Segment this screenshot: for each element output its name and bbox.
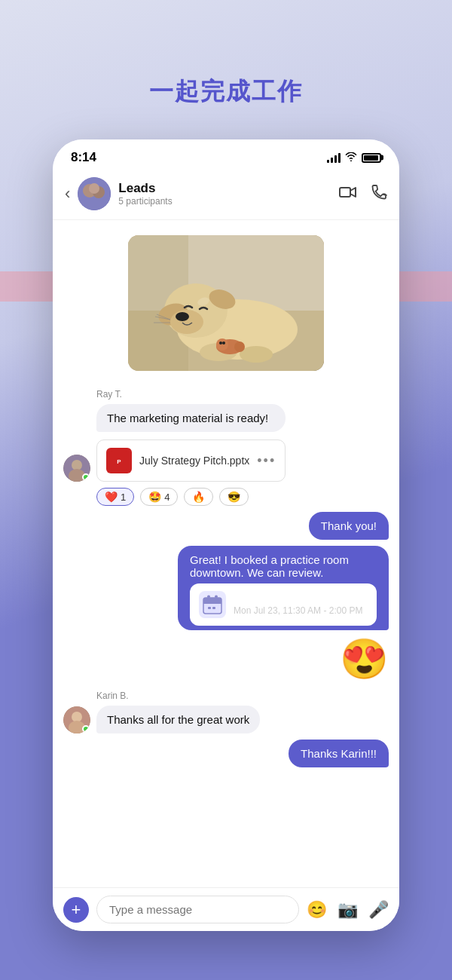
svg-point-26 bbox=[72, 460, 82, 470]
svg-point-33 bbox=[207, 596, 210, 599]
chat-name: Leads bbox=[118, 181, 339, 196]
thanks-karin-bubble: Thanks Karin!!! bbox=[289, 740, 389, 767]
chat-body: Ray T. The marketing material is ready! bbox=[53, 220, 399, 887]
reaction-heart[interactable]: ❤️ 1 bbox=[96, 488, 134, 506]
reaction-fire[interactable]: 🔥 bbox=[184, 488, 213, 506]
svg-point-38 bbox=[72, 712, 82, 722]
thank-you-bubble: Thank you! bbox=[309, 512, 389, 540]
svg-rect-36 bbox=[212, 607, 215, 609]
plus-icon: + bbox=[72, 900, 81, 920]
thanks-karin-text: Thanks Karin!!! bbox=[301, 747, 377, 760]
reaction-heart-count: 1 bbox=[121, 492, 126, 503]
event-details: Marketing review Mon Jul 23, 11:30 AM - … bbox=[234, 593, 362, 616]
booked-bubble: Great! I booked a practice room downtown… bbox=[178, 546, 389, 630]
karin-bubble: Thanks all for the great work bbox=[96, 706, 260, 733]
heart-eyes-emoji: 😍 bbox=[340, 639, 389, 678]
ray-message-text: The marketing material is ready! bbox=[107, 412, 268, 424]
back-button[interactable]: ‹ bbox=[65, 184, 70, 204]
pptx-file-icon: P bbox=[106, 448, 132, 473]
emoji-large-row: 😍 bbox=[63, 639, 389, 678]
ray-message-group: Ray T. The marketing material is ready! bbox=[63, 389, 389, 506]
svg-rect-4 bbox=[340, 188, 350, 197]
event-bubble[interactable]: Marketing review Mon Jul 23, 11:30 AM - … bbox=[190, 583, 377, 626]
thanks-karin-row: Thanks Karin!!! bbox=[63, 740, 389, 767]
message-input[interactable] bbox=[96, 896, 299, 923]
file-name: July Strategy Pitch.pptx bbox=[139, 455, 249, 467]
reaction-starry-count: 4 bbox=[164, 492, 170, 503]
input-bar: + 😊 📷 🎤 bbox=[53, 887, 399, 931]
battery-icon bbox=[362, 153, 381, 163]
reaction-starry-eyes[interactable]: 🤩 4 bbox=[140, 488, 178, 506]
svg-point-17 bbox=[216, 338, 228, 351]
karin-message-text: Thanks all for the great work bbox=[107, 713, 249, 726]
message-row-ray: The marketing material is ready! P July … bbox=[63, 404, 389, 482]
status-time: 8:14 bbox=[71, 150, 96, 165]
svg-point-18 bbox=[234, 341, 245, 352]
svg-point-19 bbox=[219, 341, 222, 345]
event-title: Marketing review bbox=[234, 593, 362, 605]
phone-frame: 8:14 ‹ bbox=[53, 139, 399, 931]
file-attachment[interactable]: P July Strategy Pitch.pptx ••• bbox=[96, 439, 286, 482]
avatar-karin bbox=[63, 706, 90, 733]
emoji-input-icon[interactable]: 😊 bbox=[307, 900, 327, 920]
video-camera-icon[interactable] bbox=[339, 184, 357, 204]
camera-input-icon[interactable]: 📷 bbox=[337, 900, 358, 920]
svg-rect-32 bbox=[203, 602, 221, 604]
chat-participants: 5 participants bbox=[118, 196, 339, 207]
avatar-ray bbox=[63, 455, 90, 482]
message-row-karin: Thanks all for the great work bbox=[63, 706, 389, 733]
svg-point-3 bbox=[89, 183, 99, 194]
signal-icon bbox=[327, 152, 341, 163]
wifi-icon bbox=[345, 152, 357, 164]
avatar-image bbox=[78, 177, 111, 210]
thank-you-text: Thank you! bbox=[321, 519, 377, 532]
mic-input-icon[interactable]: 🎤 bbox=[368, 900, 389, 920]
booked-message-row: Great! I booked a practice room downtown… bbox=[63, 546, 389, 630]
svg-point-13 bbox=[176, 312, 189, 321]
reactions-row: ❤️ 1 🤩 4 🔥 😎 bbox=[96, 488, 389, 506]
karin-message-group: Karin B. Thanks all for the great work bbox=[63, 691, 389, 733]
event-time: Mon Jul 23, 11:30 AM - 2:00 PM bbox=[234, 605, 362, 616]
reaction-cool[interactable]: 😎 bbox=[219, 488, 249, 506]
ray-message-bubble: The marketing material is ready! bbox=[96, 404, 286, 432]
chat-header: ‹ Leads 5 participants bbox=[53, 171, 399, 220]
dog-image-container bbox=[63, 235, 389, 371]
dog-image bbox=[128, 235, 324, 371]
status-icons bbox=[327, 152, 381, 164]
add-button[interactable]: + bbox=[63, 897, 89, 923]
input-actions: 😊 📷 🎤 bbox=[307, 900, 389, 920]
calendar-icon bbox=[199, 591, 226, 618]
chat-info: Leads 5 participants bbox=[118, 181, 339, 207]
status-bar: 8:14 bbox=[53, 139, 399, 171]
sender-name-ray: Ray T. bbox=[96, 389, 389, 400]
svg-text:P: P bbox=[117, 458, 121, 465]
page-title: 一起完成工作 bbox=[0, 75, 452, 109]
booked-text: Great! I booked a practice room downtown… bbox=[190, 553, 349, 579]
online-indicator bbox=[82, 473, 90, 481]
phone-icon[interactable] bbox=[371, 183, 387, 204]
thank-you-message-row: Thank you! bbox=[63, 512, 389, 540]
karin-online-indicator bbox=[82, 725, 90, 733]
sender-name-karin: Karin B. bbox=[96, 691, 389, 701]
svg-point-34 bbox=[215, 596, 218, 599]
svg-point-20 bbox=[222, 341, 225, 345]
group-avatar bbox=[78, 177, 111, 210]
file-menu-icon[interactable]: ••• bbox=[257, 453, 276, 469]
svg-rect-35 bbox=[208, 607, 211, 609]
header-actions bbox=[339, 183, 387, 204]
